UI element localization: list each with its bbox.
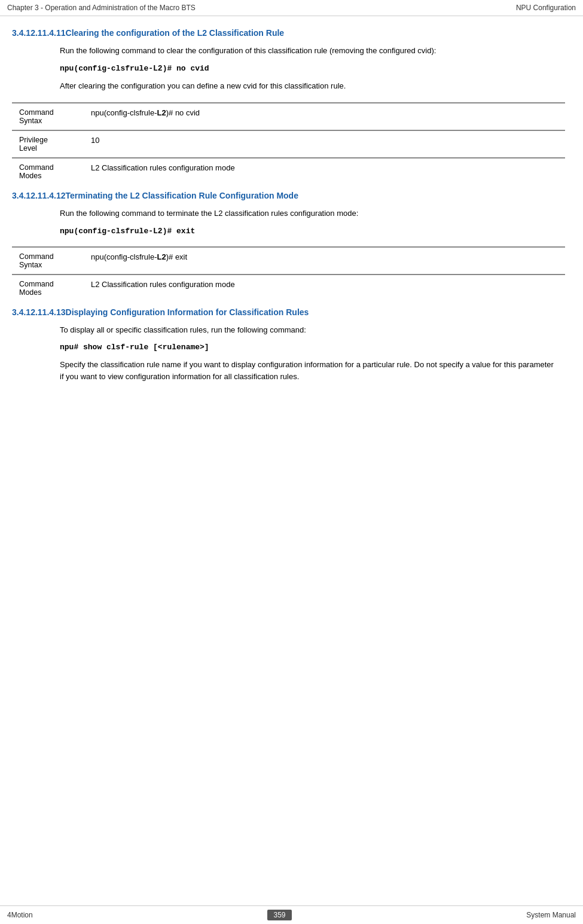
table-row: CommandSyntax npu(config-clsfrule-L2)# n… <box>12 103 565 130</box>
section-after-text-3: Specify the classification rule name if … <box>60 359 559 382</box>
section-heading-2: 3.4.12.11.4.12Terminating the L2 Classif… <box>12 191 565 200</box>
section-3-4-12-11-4-11: 3.4.12.11.4.11Clearing the configuration… <box>12 28 565 185</box>
code-block-1: npu(config-clsfrule-L2)# no cvid <box>60 64 517 73</box>
section-after-text-1: After clearing the configuration you can… <box>60 80 559 92</box>
label-command-modes-2: CommandModes <box>12 275 84 301</box>
label-privilege-level-1: PrivilegeLevel <box>12 130 84 158</box>
section-3-4-12-11-4-12: 3.4.12.11.4.12Terminating the L2 Classif… <box>12 191 565 301</box>
value-command-modes-2: L2 Classification rules configuration mo… <box>84 275 565 301</box>
section-number-3: 3.4.12.11.4.13 <box>12 307 66 317</box>
table-row: CommandModes L2 Classification rules con… <box>12 158 565 185</box>
command-table-2: CommandSyntax npu(config-clsfrule-L2)# e… <box>12 246 565 301</box>
section-title-1: Clearing the configuration of the L2 Cla… <box>66 28 285 38</box>
section-intro-1: Run the following command to clear the c… <box>60 45 559 57</box>
label-command-syntax-2: CommandSyntax <box>12 247 84 275</box>
footer-center: 359 <box>267 910 291 920</box>
code-text-3-bold: npu# show clsf-rule <box>60 343 148 352</box>
label-command-syntax-1: CommandSyntax <box>12 103 84 130</box>
section-title-3: Displaying Configuration Information for… <box>66 307 309 317</box>
value-command-syntax-2: npu(config-clsfrule-L2)# exit <box>84 247 565 275</box>
code-text-1: npu(config-clsfrule-L2)# no cvid <box>60 64 209 73</box>
header-left: Chapter 3 - Operation and Administration… <box>7 4 196 12</box>
header-right: NPU Configuration <box>516 4 576 12</box>
footer-right: System Manual <box>526 911 576 919</box>
code-text-2: npu(config-clsfrule-L2)# exit <box>60 227 195 236</box>
table-row: CommandModes L2 Classification rules con… <box>12 275 565 301</box>
main-content: 3.4.12.11.4.11Clearing the configuration… <box>0 16 583 400</box>
section-title-2: Terminating the L2 Classification Rule C… <box>66 191 298 200</box>
value-command-syntax-1: npu(config-clsfrule-L2)# no cvid <box>84 103 565 130</box>
section-number-1: 3.4.12.11.4.11 <box>12 28 66 38</box>
value-privilege-level-1: 10 <box>84 130 565 158</box>
command-table-1: CommandSyntax npu(config-clsfrule-L2)# n… <box>12 102 565 185</box>
code-block-2: npu(config-clsfrule-L2)# exit <box>60 227 517 236</box>
section-heading-1: 3.4.12.11.4.11Clearing the configuration… <box>12 28 565 38</box>
page-header: Chapter 3 - Operation and Administration… <box>0 0 583 16</box>
page-footer: 4Motion 359 System Manual <box>0 905 583 924</box>
section-intro-2: Run the following command to terminate t… <box>60 208 559 219</box>
table-row: PrivilegeLevel 10 <box>12 130 565 158</box>
code-block-3: npu# show clsf-rule [<rulename>] <box>60 343 517 352</box>
table-row: CommandSyntax npu(config-clsfrule-L2)# e… <box>12 247 565 275</box>
section-3-4-12-11-4-13: 3.4.12.11.4.13Displaying Configuration I… <box>12 307 565 383</box>
section-intro-3: To display all or specific classificatio… <box>60 324 559 336</box>
footer-left: 4Motion <box>7 911 33 919</box>
value-command-modes-1: L2 Classification rules configuration mo… <box>84 158 565 185</box>
code-text-3-normal: [<rulename>] <box>148 343 209 352</box>
label-command-modes-1: CommandModes <box>12 158 84 185</box>
section-number-2: 3.4.12.11.4.12 <box>12 191 66 200</box>
section-heading-3: 3.4.12.11.4.13Displaying Configuration I… <box>12 307 565 317</box>
